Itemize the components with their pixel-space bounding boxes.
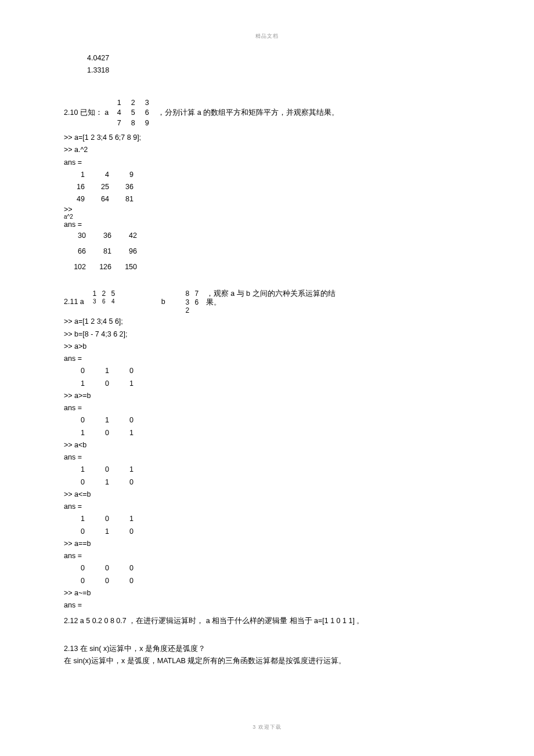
code-line: >> a<=b [64, 489, 470, 501]
value-line: 4.0427 [87, 52, 470, 64]
code-line: >> a<b [64, 439, 470, 451]
q211-matrix-a: 125 364 [90, 290, 118, 314]
matrix-output: 149 162536 496481 [64, 169, 470, 206]
code-line: >> b=[8 - 7 4;3 6 2]; [64, 328, 470, 341]
value-line: 1.3318 [87, 64, 470, 77]
code-line: >> a~=b [64, 587, 470, 599]
code-line: >> a=[1 2 3;4 5 6]; [64, 316, 470, 328]
matrix-output: 101 010 [64, 513, 470, 538]
code-line: ans = [64, 402, 470, 414]
code-line: >> a.^2 [64, 144, 470, 156]
question-2-10: 2.10 已知： a 123 456 789 ，分别计算 a 的数组平方和矩阵平… [64, 98, 470, 129]
code-line: >> a>b [64, 341, 470, 353]
q211-mid: b [161, 296, 165, 308]
q210-matrix-a: 123 456 789 [112, 98, 154, 129]
code-line: >> [64, 206, 470, 214]
code-line: ans = [64, 220, 470, 229]
question-2-13: 2.13 在 sin( x)运算中，x 是角度还是弧度？ [64, 643, 470, 655]
code-line: ans = [64, 501, 470, 513]
matrix-output: 303642 668196 102126150 [64, 230, 470, 274]
matrix-output: 101 010 [64, 464, 470, 489]
answer-2-13: 在 sin(x)运算中，x 是弧度，MATLAB 规定所有的三角函数运算都是按弧… [64, 655, 470, 667]
q211-label: 2.11 a [64, 296, 84, 308]
code-line: >> a==b [64, 538, 470, 550]
question-2-12: 2.12 a 5 0.2 0 8 0.7 ，在进行逻辑运算时， a 相当于什么样… [64, 615, 470, 627]
question-2-11: 2.11 a 125 364 b 87 36 2 ，观察 a 与 b 之间的六种… [64, 290, 470, 314]
code-line: a^2 [64, 214, 470, 220]
q211-tail: ，观察 a 与 b 之间的六种关系运算的结 果。 [206, 290, 335, 314]
page-footer: 3 欢迎下载 [0, 723, 534, 732]
code-line: >> a>=b [64, 390, 470, 402]
q210-label: 2.10 已知： a [64, 107, 109, 119]
code-line: ans = [64, 550, 470, 562]
document-body: 4.0427 1.3318 2.10 已知： a 123 456 789 ，分别… [64, 29, 470, 667]
code-line: ans = [64, 353, 470, 365]
matrix-output: 010 101 [64, 365, 470, 390]
q210-tail: ，分别计算 a 的数组平方和矩阵平方，并观察其结果。 [157, 107, 339, 119]
code-line: ans = [64, 599, 470, 612]
matrix-output: 010 101 [64, 414, 470, 439]
intro-values: 4.0427 1.3318 [64, 52, 470, 77]
code-line: ans = [64, 451, 470, 464]
code-line: ans = [64, 157, 470, 169]
page-header: 精品文档 [0, 32, 534, 41]
matrix-output: 000 000 [64, 562, 470, 587]
q211-matrix-b: 87 36 2 [183, 290, 201, 314]
code-line: >> a=[1 2 3;4 5 6;7 8 9]; [64, 132, 470, 144]
